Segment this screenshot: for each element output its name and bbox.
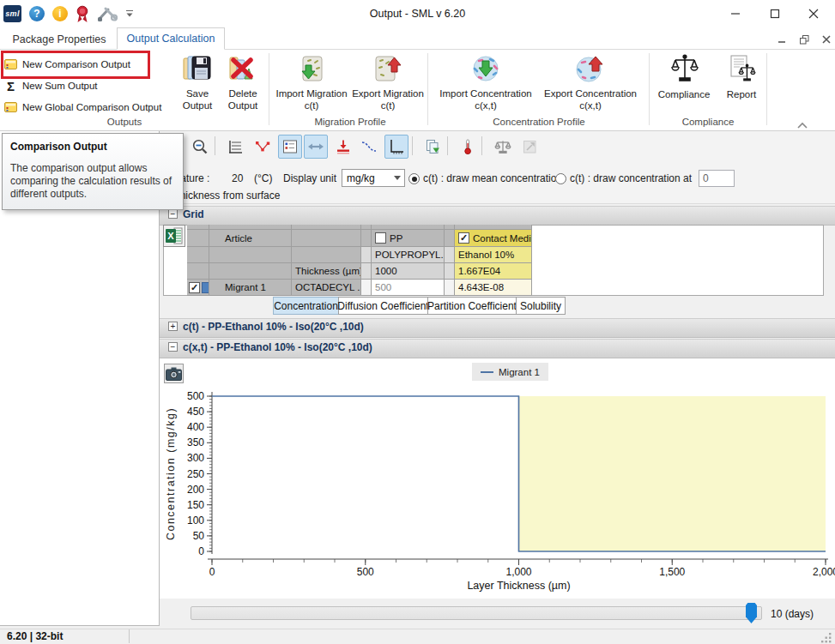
resize-grip[interactable] bbox=[821, 631, 832, 644]
license-ribbon-icon[interactable] bbox=[76, 5, 89, 23]
limit-line-button[interactable] bbox=[331, 135, 355, 159]
time-slider-thumb[interactable] bbox=[746, 603, 757, 623]
y-tick-label: 500 bbox=[187, 390, 204, 402]
document-restore-button[interactable] bbox=[795, 33, 814, 46]
y-tick-label: 150 bbox=[187, 499, 204, 511]
global-comparison-output-icon bbox=[4, 102, 17, 112]
table-cell bbox=[445, 280, 455, 296]
thermometer-icon bbox=[459, 138, 476, 155]
zoom-out-button[interactable] bbox=[188, 135, 212, 159]
compliance-scale-icon bbox=[670, 53, 699, 84]
document-close-button[interactable] bbox=[817, 33, 835, 46]
export-concentration-button[interactable] bbox=[575, 54, 606, 88]
settings-tools-icon[interactable] bbox=[97, 6, 118, 22]
y-tick-label: 50 bbox=[193, 530, 205, 542]
export-to-excel-button[interactable]: X bbox=[163, 225, 185, 247]
time-slider-track[interactable] bbox=[191, 606, 762, 620]
contact-medium-header-cell[interactable]: ✓Contact Medi... bbox=[455, 230, 532, 247]
report-button[interactable] bbox=[727, 53, 756, 87]
legend-icon bbox=[281, 138, 299, 155]
restore-icon bbox=[800, 35, 809, 45]
radio-draw-mean-concentration[interactable] bbox=[408, 173, 420, 184]
minimize-button[interactable] bbox=[717, 0, 754, 27]
article-row-label: Article bbox=[209, 230, 292, 247]
status-bar bbox=[0, 629, 835, 644]
ribbon-separator bbox=[649, 53, 650, 125]
document-minimize-button[interactable] bbox=[772, 33, 791, 46]
delete-output-button[interactable] bbox=[226, 53, 258, 87]
title-bar: sml ? i Output - SML v 6.20 bbox=[0, 0, 835, 27]
tab-diffusion-coefficient[interactable]: Diffusion Coefficient bbox=[338, 297, 428, 315]
contact-volume-cell[interactable]: 1.667E04 bbox=[455, 263, 532, 280]
maximize-button[interactable] bbox=[756, 0, 794, 27]
toolbar-separator bbox=[481, 136, 482, 155]
export-migration-button[interactable] bbox=[372, 54, 403, 88]
help-icon[interactable]: ? bbox=[29, 6, 45, 21]
import-migration-button[interactable] bbox=[296, 54, 327, 88]
pp-material-cell[interactable]: POLYPROPYL... bbox=[372, 247, 445, 263]
toolbar-separator bbox=[447, 136, 448, 155]
axes-toggle-button[interactable] bbox=[384, 135, 408, 159]
y-tick-label: 350 bbox=[187, 436, 204, 448]
pp-header-label: PP bbox=[390, 233, 402, 244]
application-window: sml ? i Output - SML v 6.20 Package Prop… bbox=[0, 0, 835, 644]
resize-grip-icon bbox=[821, 632, 832, 643]
migrant-color-swatch[interactable] bbox=[202, 282, 209, 293]
pp-header-cell[interactable]: PP bbox=[372, 230, 445, 247]
group-label-compliance: Compliance bbox=[657, 117, 759, 127]
info-icon[interactable]: i bbox=[52, 6, 68, 21]
ct-expand-button[interactable]: + bbox=[168, 322, 178, 331]
toolbar-separator bbox=[412, 136, 413, 155]
smooth-curve-button[interactable] bbox=[357, 135, 381, 159]
display-unit-select[interactable]: mg/kg bbox=[342, 169, 405, 187]
compliance-check-button[interactable] bbox=[491, 135, 515, 159]
minimize-icon bbox=[730, 9, 741, 19]
migrant-select-cell[interactable]: ✓ bbox=[187, 280, 209, 296]
migrant-checkbox[interactable]: ✓ bbox=[189, 282, 200, 293]
contact-value-cell[interactable]: 4.643E-08 bbox=[455, 280, 532, 296]
tab-concentration[interactable]: Concentration bbox=[273, 297, 339, 315]
pp-concentration-cell[interactable]: 500 bbox=[372, 280, 445, 296]
toolbar-separator bbox=[215, 136, 215, 155]
tab-partition-coefficient[interactable]: Partition Coefficient bbox=[427, 297, 517, 315]
concentration-at-input[interactable] bbox=[699, 170, 735, 187]
table-cell bbox=[361, 230, 372, 247]
y-tick-label: 100 bbox=[187, 515, 204, 527]
data-markers-button[interactable] bbox=[251, 135, 275, 159]
tab-package-properties[interactable]: Package Properties bbox=[9, 28, 110, 50]
compliance-button[interactable] bbox=[670, 53, 699, 87]
cxt-collapse-button[interactable]: − bbox=[168, 342, 178, 352]
grid-section-header[interactable] bbox=[160, 206, 835, 226]
close-button[interactable] bbox=[795, 0, 832, 27]
pp-thickness-cell[interactable]: 1000 bbox=[372, 263, 445, 280]
temperature-button[interactable] bbox=[456, 135, 480, 159]
legend-toggle-button[interactable] bbox=[278, 135, 302, 159]
tab-solubility[interactable]: Solubility bbox=[516, 297, 566, 315]
y-axis-title: Concentration (mg/kg) bbox=[165, 407, 177, 540]
x-tick-label: 1,000 bbox=[505, 566, 531, 578]
grid-collapse-button[interactable]: − bbox=[168, 209, 178, 219]
save-output-button[interactable] bbox=[182, 53, 213, 87]
balance-icon bbox=[494, 138, 511, 155]
new-global-comparison-output-button[interactable]: New Global Comparison Output bbox=[4, 97, 161, 117]
contact-medium-checkbox[interactable]: ✓ bbox=[458, 232, 469, 244]
copy-chart-button[interactable] bbox=[421, 135, 445, 159]
delete-icon bbox=[226, 53, 258, 84]
radio-draw-concentration-at[interactable] bbox=[555, 173, 566, 184]
tab-output-calculation[interactable]: Output Calculation bbox=[117, 27, 225, 50]
app-logo-icon[interactable]: sml bbox=[3, 5, 21, 22]
pp-checkbox[interactable] bbox=[375, 232, 386, 244]
import-concentration-label: Import Concentration c(x,t) bbox=[435, 87, 536, 111]
gridlines-button[interactable] bbox=[223, 135, 247, 159]
concentration-chart-panel: 05010015020025030035040045050005001,0001… bbox=[160, 358, 835, 599]
contact-name-cell[interactable]: Ethanol 10% bbox=[455, 247, 532, 263]
fit-width-button[interactable] bbox=[304, 135, 328, 159]
import-concentration-button[interactable] bbox=[470, 54, 501, 88]
report-label: Report bbox=[722, 88, 761, 100]
group-label-concentration-profile: Concentration Profile bbox=[436, 117, 642, 127]
customize-toolbar-dropdown[interactable] bbox=[125, 9, 134, 18]
table-cell bbox=[292, 247, 361, 263]
export-chart-button-disabled[interactable] bbox=[518, 135, 542, 159]
import-migration-label: Import Migration c(t) bbox=[275, 87, 348, 111]
chart-snapshot-button[interactable] bbox=[164, 364, 184, 383]
